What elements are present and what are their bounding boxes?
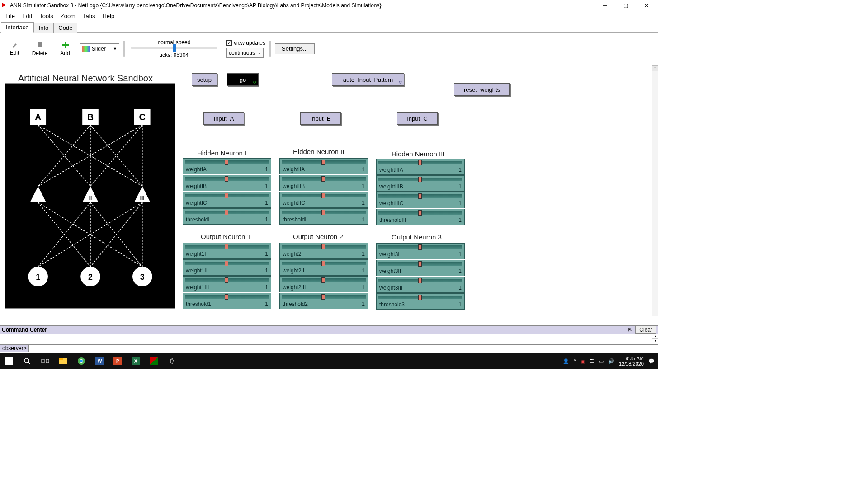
- slider-thumb[interactable]: [225, 193, 228, 198]
- slider-thumb[interactable]: [418, 177, 422, 182]
- slider-weightIIIA[interactable]: weightIIIA1: [376, 159, 465, 175]
- slider-weight3III[interactable]: weight3III1: [376, 277, 465, 293]
- popout-icon[interactable]: ⇱: [627, 327, 633, 333]
- chrome-icon[interactable]: [72, 353, 90, 369]
- tray-chevron-icon[interactable]: ^: [574, 358, 576, 364]
- setup-button[interactable]: setup: [192, 73, 217, 86]
- word-icon[interactable]: W: [90, 353, 108, 369]
- slider-thumb[interactable]: [321, 160, 325, 165]
- slider-thumb[interactable]: [321, 277, 325, 283]
- slider-threshold3[interactable]: threshold31: [376, 293, 465, 310]
- slider-thumb[interactable]: [225, 176, 228, 182]
- auto-input-button[interactable]: auto_Input_Pattern⟳: [332, 73, 404, 86]
- slider-thumb[interactable]: [225, 160, 228, 165]
- slider-thumb[interactable]: [321, 261, 325, 266]
- menu-tabs[interactable]: Tabs: [79, 12, 99, 20]
- tab-code[interactable]: Code: [53, 23, 77, 33]
- people-icon[interactable]: 👤: [563, 358, 569, 364]
- slider-thresholdIII[interactable]: thresholdIII1: [376, 209, 465, 225]
- scroll-up-icon[interactable]: ▲: [652, 334, 658, 339]
- slider-weightIIA[interactable]: weightIIA1: [279, 158, 368, 174]
- update-mode-select[interactable]: continuous ⌄: [226, 48, 264, 58]
- slider-threshold2[interactable]: threshold21: [279, 293, 368, 309]
- volume-icon[interactable]: 🔊: [608, 358, 614, 364]
- powerpoint-icon[interactable]: P: [108, 353, 127, 369]
- slider-thumb[interactable]: [418, 244, 422, 250]
- menu-help[interactable]: Help: [99, 12, 118, 20]
- observer-prompt[interactable]: observer>: [0, 344, 29, 352]
- widget-type-select[interactable]: Slider ▼: [80, 43, 119, 54]
- menu-zoom[interactable]: Zoom: [57, 12, 79, 20]
- slider-weight1III[interactable]: weight1III1: [183, 276, 271, 292]
- input-c-button[interactable]: Input_C: [397, 112, 438, 125]
- reset-weights-button[interactable]: reset_weights: [454, 83, 510, 96]
- slider-thumb[interactable]: [418, 210, 422, 216]
- slider-weightIIB[interactable]: weightIIB1: [279, 175, 368, 191]
- network-icon[interactable]: ▭: [599, 358, 604, 364]
- slider-weight1I[interactable]: weight1I1: [183, 243, 271, 259]
- slider-thumb[interactable]: [418, 160, 422, 165]
- slider-thumb[interactable]: [321, 193, 325, 198]
- slider-weight2III[interactable]: weight2III1: [279, 276, 368, 292]
- maximize-button[interactable]: ▢: [619, 1, 632, 10]
- go-button[interactable]: go⟳: [227, 73, 259, 86]
- slider-weight1II[interactable]: weight1II1: [183, 259, 271, 276]
- slider-thumb[interactable]: [225, 261, 228, 266]
- input-a-button[interactable]: Input_A: [203, 112, 244, 125]
- view-updates-checkbox[interactable]: ✓: [226, 40, 232, 46]
- slider-thumb[interactable]: [418, 295, 422, 300]
- slider-thumb[interactable]: [321, 294, 325, 300]
- slider-thumb[interactable]: [418, 278, 422, 283]
- slider-thumb[interactable]: [418, 193, 422, 199]
- clear-button[interactable]: Clear: [635, 326, 656, 334]
- vertical-scrollbar[interactable]: [652, 65, 658, 316]
- settings-button[interactable]: Settings...: [275, 43, 315, 54]
- slider-thumb[interactable]: [418, 261, 422, 267]
- tab-interface[interactable]: Interface: [1, 22, 34, 33]
- menu-edit[interactable]: Edit: [19, 12, 36, 20]
- scroll-down-icon[interactable]: ▼: [652, 339, 658, 343]
- edit-tool[interactable]: Edit: [4, 37, 25, 61]
- notifications-icon[interactable]: 💬: [648, 358, 655, 364]
- speed-thumb[interactable]: [173, 44, 176, 52]
- search-icon[interactable]: [18, 353, 36, 369]
- battery-icon[interactable]: 🗔: [590, 358, 594, 364]
- file-explorer-icon[interactable]: [54, 353, 72, 369]
- slider-weightIA[interactable]: weightIA1: [183, 158, 271, 174]
- slider-thresholdII[interactable]: thresholdII1: [279, 208, 368, 225]
- slider-thumb[interactable]: [225, 244, 228, 249]
- minimize-button[interactable]: ─: [599, 1, 611, 10]
- command-input[interactable]: [29, 344, 658, 352]
- slider-weight3II[interactable]: weight3II1: [376, 260, 465, 276]
- slider-weightIIC[interactable]: weightIIC1: [279, 192, 368, 208]
- speed-slider[interactable]: [131, 47, 217, 49]
- close-button[interactable]: ✕: [640, 1, 653, 10]
- clock[interactable]: 9:35 AM 12/18/2020: [619, 356, 644, 366]
- add-tool[interactable]: Add: [54, 37, 76, 61]
- acrobat-icon[interactable]: [163, 353, 181, 369]
- slider-thumb[interactable]: [321, 244, 325, 249]
- slider-thumb[interactable]: [225, 277, 228, 283]
- input-b-button[interactable]: Input_B: [300, 112, 341, 125]
- delete-tool[interactable]: Delete: [29, 37, 51, 61]
- slider-weightIB[interactable]: weightIB1: [183, 175, 271, 191]
- slider-thumb[interactable]: [321, 210, 325, 215]
- start-button[interactable]: [0, 353, 18, 369]
- slider-weightIC[interactable]: weightIC1: [183, 192, 271, 208]
- slider-thumb[interactable]: [225, 210, 228, 215]
- slider-weight2I[interactable]: weight2I1: [279, 243, 368, 259]
- scroll-up-button[interactable]: ⌃: [652, 65, 658, 71]
- slider-weightIIIB[interactable]: weightIIIB1: [376, 175, 465, 192]
- slider-weight3I[interactable]: weight3I1: [376, 243, 465, 259]
- tab-info[interactable]: Info: [34, 23, 54, 33]
- slider-thumb[interactable]: [225, 294, 228, 300]
- slider-weight2II[interactable]: weight2II1: [279, 259, 368, 276]
- slider-thresholdI[interactable]: thresholdI1: [183, 208, 271, 225]
- excel-icon[interactable]: X: [127, 353, 145, 369]
- slider-threshold1[interactable]: threshold11: [183, 293, 271, 309]
- app-icon[interactable]: [145, 353, 163, 369]
- security-icon[interactable]: ▣: [580, 358, 585, 364]
- world-view[interactable]: A B C IIIIII 123: [5, 83, 175, 309]
- slider-weightIIIC[interactable]: weightIIIC1: [376, 192, 465, 208]
- menu-file[interactable]: File: [2, 12, 19, 20]
